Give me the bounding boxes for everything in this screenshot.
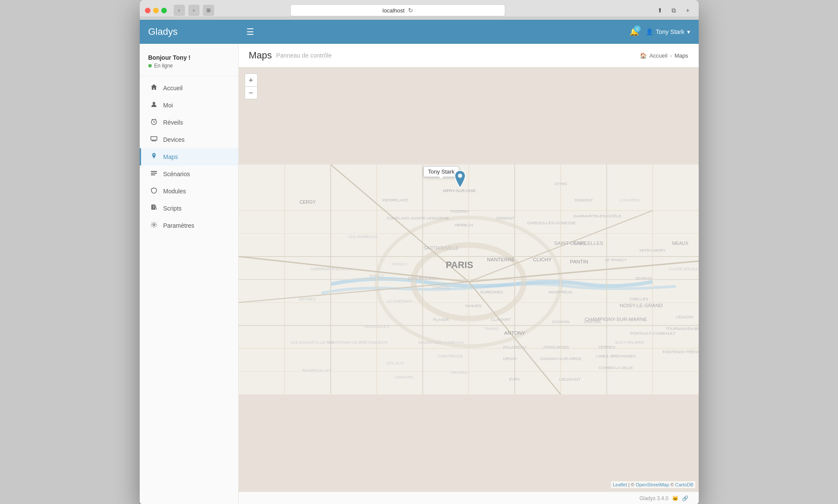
user-dropdown-button[interactable]: 👤 Tony Stark ▾ — [646, 28, 690, 35]
new-tab-button[interactable]: ⧉ — [668, 5, 679, 16]
sidebar-item-modules[interactable]: Modules — [140, 183, 238, 200]
sidebar-item-parametres[interactable]: Paramètres — [140, 217, 238, 234]
svg-text:DRAVEIL: DRAVEIL — [451, 370, 468, 375]
breadcrumb-separator: › — [670, 52, 672, 59]
svg-rect-3 — [151, 173, 157, 174]
sidebar-item-scripts[interactable]: Scripts — [140, 200, 238, 217]
cartodb-link[interactable]: CartoDB — [675, 482, 693, 487]
sidebar-item-accueil[interactable]: Accueil — [140, 79, 238, 97]
svg-text:CLAYE-SOUILLY: CLAYE-SOUILLY — [669, 266, 698, 271]
scenarios-icon — [150, 170, 158, 178]
tab-bar — [140, 16, 699, 20]
sidebar-item-moi[interactable]: Moi — [140, 97, 238, 114]
share-button[interactable]: ⬆ — [654, 5, 666, 16]
svg-text:RAMBOUILLET: RAMBOUILLET — [302, 368, 331, 373]
svg-text:SUCY-EN-BRIE: SUCY-EN-BRIE — [615, 340, 644, 345]
svg-text:MAGNY-LES-HAMEAUX: MAGNY-LES-HAMEAUX — [418, 340, 464, 345]
traffic-lights — [145, 8, 167, 13]
svg-text:OTHIS: OTHIS — [554, 181, 567, 186]
sidebar-item-scenarios[interactable]: Scénarios — [140, 165, 238, 183]
svg-text:LES MUREAUX: LES MUREAUX — [348, 234, 378, 239]
notification-badge: 0 — [634, 25, 641, 32]
sidebar-item-maps[interactable]: Maps — [140, 148, 238, 165]
footer-version: Gladys 3.4.0 — [639, 495, 668, 501]
svg-text:VANVES: VANVES — [465, 303, 481, 308]
user-icon: 👤 — [646, 28, 653, 35]
status-text: En ligne — [154, 63, 173, 69]
address-bar[interactable]: localhost ↻ — [290, 4, 505, 16]
sidebar-label-accueil: Accueil — [163, 85, 183, 92]
page-title: Maps — [249, 50, 272, 61]
svg-text:CERGY: CERGY — [299, 199, 316, 205]
breadcrumb-home-icon: 🏠 — [640, 52, 647, 59]
svg-text:SAVIGNY-SUR-ORGE: SAVIGNY-SUR-ORGE — [540, 356, 581, 361]
nav-right: 🔔 0 👤 Tony Stark ▾ — [629, 27, 690, 37]
svg-text:SAINT-DENIS: SAINT-DENIS — [554, 240, 586, 246]
sidebar-label-devices: Devices — [163, 136, 185, 143]
svg-text:SARTROUVILLE: SARTROUVILLE — [424, 245, 458, 250]
svg-text:TOURNAN-EN-BRIE: TOURNAN-EN-BRIE — [666, 326, 699, 331]
svg-text:LE RAINCY: LE RAINCY — [605, 257, 626, 262]
svg-text:LIMOURS: LIMOURS — [395, 375, 414, 379]
svg-text:ORSAY: ORSAY — [503, 356, 517, 361]
zoom-out-button[interactable]: − — [245, 86, 258, 99]
svg-text:PLAISIR: PLAISIR — [433, 317, 449, 322]
svg-text:FONTENAY-TRÉSIGNY: FONTENAY-TRÉSIGNY — [663, 349, 699, 354]
clock-icon — [150, 118, 158, 127]
user-greeting: Bonjour Tony ! En ligne — [140, 51, 238, 76]
status-indicator: En ligne — [148, 63, 230, 69]
svg-text:ERMONT: ERMONT — [496, 216, 514, 220]
chevron-down-icon: ▾ — [687, 28, 690, 35]
zoom-in-button[interactable]: + — [245, 73, 258, 86]
svg-text:NANTERRE: NANTERRE — [487, 257, 515, 262]
sidebar-item-devices[interactable]: Devices — [140, 131, 238, 148]
svg-text:BEYNES: BEYNES — [299, 296, 316, 301]
svg-text:COMBS-LA-VILLE: COMBS-LA-VILLE — [599, 365, 633, 370]
page-subtitle: Panneau de contrôle — [276, 52, 332, 59]
svg-text:CHAMBOURCY: CHAMBOURCY — [408, 276, 438, 281]
page-header: Maps Panneau de contrôle 🏠 Accueil › Map… — [239, 44, 699, 67]
leaflet-link[interactable]: Leaflet — [613, 482, 627, 487]
forward-button[interactable]: › — [188, 5, 200, 16]
marker-popup-text: Tony Stark — [428, 168, 454, 175]
map-container[interactable]: PARIS CERGY MÉRY-SUR-OISE OTHIS DAMMARTI… — [239, 67, 699, 492]
sidebar-label-parametres: Paramètres — [163, 222, 194, 229]
devices-icon — [150, 135, 158, 144]
hamburger-button[interactable]: ☰ — [243, 25, 258, 39]
maximize-button[interactable] — [161, 8, 167, 13]
content-area: Maps Panneau de contrôle 🏠 Accueil › Map… — [239, 44, 699, 504]
svg-text:ÉVRY: ÉVRY — [509, 377, 520, 382]
sidebar-label-reveils: Réveils — [163, 119, 183, 126]
svg-text:POISSY: POISSY — [392, 262, 407, 266]
svg-text:MITRY-MORY: MITRY-MORY — [639, 248, 666, 253]
svg-text:CHEVREUSE: CHEVREUSE — [437, 354, 463, 358]
svg-text:CONFLANS-SAINTE-HONORINE: CONFLANS-SAINTE-HONORINE — [387, 216, 449, 220]
notification-button[interactable]: 🔔 0 — [629, 27, 639, 37]
page-title-area: Maps Panneau de contrôle — [249, 50, 332, 61]
svg-text:TAVERNY: TAVERNY — [450, 209, 469, 214]
reload-icon: ↻ — [408, 7, 413, 14]
svg-text:CHELLES: CHELLES — [629, 296, 648, 301]
svg-text:MONTREUIL: MONTREUIL — [548, 290, 573, 294]
back-button[interactable]: ‹ — [174, 5, 185, 16]
svg-text:CLAMART: CLAMART — [491, 317, 510, 322]
svg-text:PARIS: PARIS — [445, 260, 473, 270]
scripts-icon — [150, 204, 158, 213]
add-tab-button[interactable]: + — [682, 5, 693, 16]
svg-text:CACHAN: CACHAN — [552, 319, 569, 324]
sidebar-item-reveils[interactable]: Réveils — [140, 114, 238, 131]
sidebar-toggle-button[interactable]: ⊞ — [203, 5, 214, 16]
svg-text:PONTAULT-COMBAULT: PONTAULT-COMBAULT — [630, 331, 675, 336]
svg-point-0 — [153, 102, 155, 104]
app-footer: Gladys 3.4.0 🐱 🔗 — [239, 492, 699, 504]
map-pin — [454, 171, 467, 189]
minimize-button[interactable] — [153, 8, 159, 13]
svg-text:VERSAILLES: VERSAILLES — [364, 324, 389, 329]
browser-toolbar-right: ⬆ ⧉ + — [654, 5, 693, 16]
gear-icon — [150, 221, 158, 230]
map-attribution: Leaflet | © OpenStreetMap © CartoDB — [611, 481, 695, 488]
close-button[interactable] — [145, 8, 150, 13]
svg-text:GARGES-LÈS-GONESSE: GARGES-LÈS-GONESSE — [527, 220, 575, 225]
svg-text:HERBLAY: HERBLAY — [454, 223, 474, 227]
openstreetmap-link[interactable]: OpenStreetMap — [635, 482, 669, 487]
